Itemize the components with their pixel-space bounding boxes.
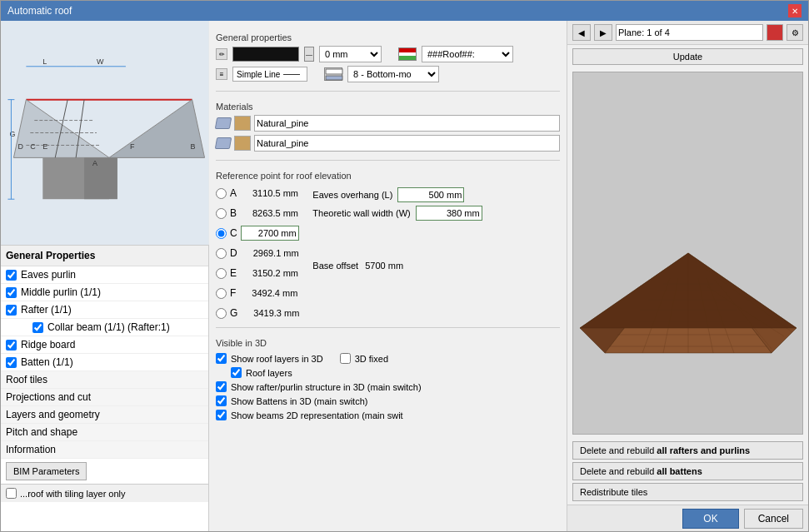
eaves-label: Eaves overhang (L) (312, 190, 392, 200)
bim-parameters-button[interactable]: BIM Parameters (6, 462, 87, 480)
ridge-board-checkbox[interactable] (6, 340, 17, 351)
left-panel: L W G D (1, 21, 209, 531)
show-rafter-label: Show rafter/purlin structure in 3D (main… (231, 382, 422, 392)
offset-dropdown[interactable]: 0 mm (319, 46, 382, 62)
svg-text:L: L (42, 57, 47, 66)
ok-button[interactable]: OK (682, 509, 738, 529)
line-icon: ≡ (216, 68, 227, 80)
3d-fixed-label: 3D fixed (355, 354, 388, 364)
plane-input[interactable] (616, 24, 763, 41)
update-button[interactable]: Update (572, 48, 803, 65)
mat-color2[interactable] (234, 136, 251, 151)
cancel-button[interactable]: Cancel (744, 509, 803, 529)
title-bar: Automatic roof ✕ (1, 1, 808, 21)
vis3d-label: Visible in 3D (216, 338, 560, 348)
line-extend-icon: — (304, 47, 314, 62)
divider3 (216, 327, 560, 328)
svg-text:W: W (97, 57, 104, 66)
base-offset-row: Base offset 5700 mm (312, 261, 482, 271)
material-field1[interactable] (254, 115, 560, 132)
show-beams-cb[interactable] (216, 410, 227, 420)
svg-text:B: B (191, 142, 196, 151)
tree-item-collar-beam[interactable]: Collar beam (1/1) (Rafter:1) (1, 319, 208, 336)
material-icon1 (215, 117, 232, 129)
main-window: Automatic roof ✕ L W (0, 0, 809, 532)
color-picker[interactable] (232, 47, 299, 62)
svg-text:D: D (17, 142, 23, 151)
next-plane-button[interactable]: ▶ (594, 24, 612, 41)
tree-section-projections-cut[interactable]: Projections and cut (1, 389, 208, 406)
show-beams-row: Show beams 2D representation (main swit (216, 410, 560, 420)
redistribute-tiles-label: Redistribute tiles (580, 487, 647, 497)
rebuild-battens-button[interactable]: Delete and rebuild all battens (572, 462, 803, 480)
prev-plane-button[interactable]: ◀ (572, 24, 591, 41)
tree-item-rafter[interactable]: Rafter (1/1) (1, 301, 208, 319)
roof-layers-cb[interactable] (231, 367, 242, 378)
middle-purlin-checkbox[interactable] (6, 287, 17, 298)
tree-section-layers-geometry[interactable]: Layers and geometry (1, 406, 208, 424)
roof-diagram: L W G D (1, 21, 209, 246)
svg-text:A: A (92, 159, 97, 167)
gp-row2: ≡ Simple Line 8 - Bottom-mo (216, 66, 560, 82)
show-battens-label: Show Battens in 3D (main switch) (231, 396, 367, 406)
settings-icon[interactable]: ⚙ (787, 24, 803, 41)
3d-fixed-cb[interactable] (340, 353, 351, 364)
layer-icon (324, 67, 342, 81)
eaves-purlin-checkbox[interactable] (6, 270, 17, 281)
material-field2[interactable] (254, 135, 560, 152)
ref-radio-B[interactable]: B 8263.5 mm (216, 204, 299, 222)
rafter-label: Rafter (1/1) (21, 304, 72, 316)
tree-item-batten[interactable]: Batten (1/1) (1, 354, 208, 371)
information-label: Information (6, 444, 56, 455)
collar-beam-checkbox[interactable] (32, 322, 43, 333)
show-battens-cb[interactable] (216, 395, 227, 406)
ref-radio-E[interactable]: E 3150.2 mm (216, 264, 299, 282)
show-rafter-row: Show rafter/purlin structure in 3D (main… (216, 381, 560, 392)
batten-checkbox[interactable] (6, 357, 17, 368)
ref-radio-D[interactable]: D 2969.1 mm (216, 244, 299, 262)
pen-icon: ✏ (216, 48, 227, 60)
rebuild-rafters-button[interactable]: Delete and rebuild all rafters and purli… (572, 441, 803, 460)
ref-radio-G[interactable]: G 3419.3 mm (216, 304, 299, 322)
right-toolbar: ◀ ▶ ⚙ (567, 21, 808, 45)
roof-name-dropdown[interactable]: ###Roof##: (422, 46, 513, 62)
material-row1 (216, 115, 560, 132)
show-battens-row: Show Battens in 3D (main switch) (216, 395, 560, 406)
pitch-shape-label: Pitch and shape (6, 426, 77, 438)
ref-radio-F[interactable]: F 3492.4 mm (216, 284, 299, 302)
color-icon[interactable] (767, 24, 783, 41)
show-roof-layers-cb[interactable] (216, 353, 227, 364)
eaves-input[interactable] (397, 187, 464, 202)
ridge-board-label: Ridge board (21, 339, 75, 351)
svg-text:F: F (130, 142, 135, 151)
tree-item-ridge-board[interactable]: Ridge board (1, 336, 208, 354)
tiling-layer-checkbox[interactable] (6, 488, 17, 499)
tree-section-pitch-shape[interactable]: Pitch and shape (1, 424, 208, 441)
tree-item-middle-purlin[interactable]: Middle purlin (1/1) (1, 284, 208, 301)
collar-beam-label: Collar beam (1/1) (Rafter:1) (47, 321, 170, 333)
general-properties-label: General properties (216, 32, 560, 42)
svg-rect-25 (326, 69, 342, 74)
tree-section-roof-tiles[interactable]: Roof tiles (1, 371, 208, 389)
show-rafter-cb[interactable] (216, 381, 227, 392)
ref-point-section: A 3110.5 mm B 8263.5 mm C (216, 184, 560, 322)
wall-input[interactable] (416, 206, 482, 221)
ref-radio-A[interactable]: A 3110.5 mm (216, 184, 299, 202)
general-properties-header: General Properties (1, 246, 208, 266)
svg-rect-9 (84, 157, 117, 199)
layer-dropdown[interactable]: 8 - Bottom-mo (347, 66, 439, 82)
tree-section-information[interactable]: Information (1, 441, 208, 459)
middle-purlin-label: Middle purlin (1/1) (21, 286, 101, 298)
tree-item-eaves-purlin[interactable]: Eaves purlin (1, 266, 208, 284)
window-title: Automatic roof (7, 5, 72, 17)
close-button[interactable]: ✕ (788, 4, 802, 17)
redistribute-tiles-button[interactable]: Redistribute tiles (572, 483, 803, 501)
flag-icon (398, 47, 417, 61)
show-roof-layers-label: Show roof layers in 3D (231, 354, 323, 364)
mat-color1[interactable] (234, 116, 251, 131)
divider1 (216, 91, 560, 92)
rafter-checkbox[interactable] (6, 305, 17, 316)
line-style-bar[interactable]: Simple Line (232, 67, 307, 82)
ref-input-C[interactable] (241, 226, 299, 241)
ref-radio-C[interactable]: C (216, 224, 299, 242)
